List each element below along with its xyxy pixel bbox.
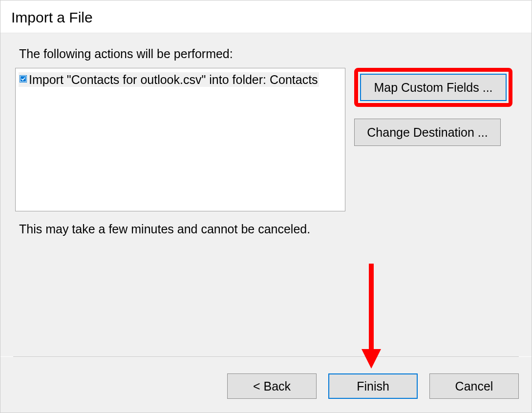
cancel-button[interactable]: Cancel xyxy=(429,373,519,399)
back-button[interactable]: < Back xyxy=(227,373,317,399)
svg-rect-0 xyxy=(21,76,26,82)
main-row: Import "Contacts for outlook.csv" into f… xyxy=(15,68,517,211)
content-area: The following actions will be performed:… xyxy=(0,33,532,356)
note-text: This may take a few minutes and cannot b… xyxy=(19,222,517,236)
action-item-text: Import "Contacts for outlook.csv" into f… xyxy=(29,72,318,87)
nav-button-row: < Back Finish Cancel xyxy=(0,357,532,413)
action-item[interactable]: Import "Contacts for outlook.csv" into f… xyxy=(19,72,319,87)
map-custom-fields-button[interactable]: Map Custom Fields ... xyxy=(360,74,507,101)
highlight-annotation: Map Custom Fields ... xyxy=(354,68,512,107)
import-file-dialog: Import a File The following actions will… xyxy=(0,0,532,413)
title-bar: Import a File xyxy=(0,0,532,33)
side-buttons: Map Custom Fields ... Change Destination… xyxy=(354,68,512,146)
dialog-title: Import a File xyxy=(11,9,521,26)
checkbox-checked-icon[interactable] xyxy=(20,75,27,83)
actions-list[interactable]: Import "Contacts for outlook.csv" into f… xyxy=(15,68,345,211)
change-destination-button[interactable]: Change Destination ... xyxy=(354,119,501,146)
prompt-label: The following actions will be performed: xyxy=(19,47,517,61)
finish-button[interactable]: Finish xyxy=(328,373,418,399)
